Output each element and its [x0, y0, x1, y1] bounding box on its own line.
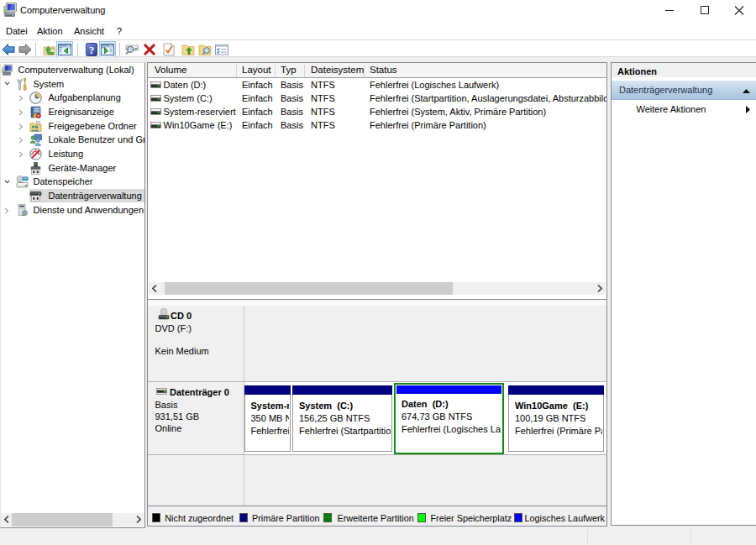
svg-text:?: ?	[89, 45, 94, 56]
